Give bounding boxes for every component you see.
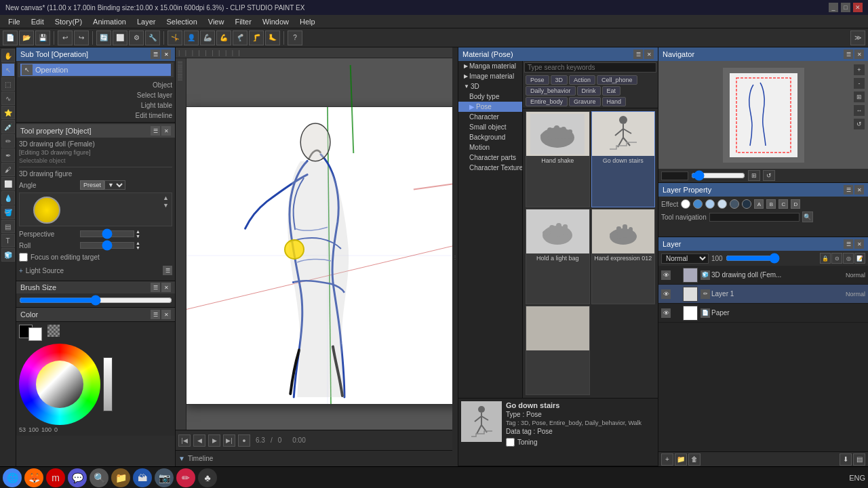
tl-to-start[interactable]: |◀	[178, 434, 191, 447]
new-folder-btn[interactable]: 📁	[675, 453, 687, 466]
tree-bg[interactable]: Background	[458, 132, 522, 142]
lp-close-icon[interactable]: ✕	[854, 185, 864, 195]
menu-filter[interactable]: Filter	[229, 17, 256, 26]
tool-brush[interactable]: 🖌	[1, 163, 15, 176]
tree-manga[interactable]: ▶ Manga material	[458, 61, 522, 71]
material-close-icon[interactable]: ✕	[644, 49, 654, 59]
canvas-wrapper[interactable]: ||||||||||||||||	[176, 58, 452, 430]
expand-right-button[interactable]: ≫	[850, 30, 865, 45]
material-item-2[interactable]: Hold a light bag	[526, 209, 590, 305]
flatten-btn[interactable]: ▤	[853, 453, 865, 466]
taskbar-app-gallery[interactable]: 🏔	[133, 468, 152, 487]
nav-zoom-out-icon[interactable]: -	[853, 77, 865, 89]
effect-circle-blue[interactable]	[693, 199, 703, 209]
tree-image[interactable]: ▶ Image material	[458, 71, 522, 81]
layer-blend-mode-select[interactable]: Normal	[661, 253, 709, 264]
taskbar-app-misc[interactable]: ♣	[198, 468, 217, 487]
tool-3d[interactable]: 🧊	[1, 248, 15, 262]
sub-tool-menu-icon[interactable]: ☰	[151, 49, 160, 59]
tool-eyedropper[interactable]: 💉	[1, 120, 15, 134]
operation-subtool[interactable]: ↖ Operation	[20, 64, 171, 76]
tool-lasso[interactable]: ∿	[1, 92, 15, 105]
tb-pose-7[interactable]: 🦶	[265, 30, 280, 45]
layer-eye-1[interactable]: 👁	[661, 289, 671, 299]
menu-animation[interactable]: Animation	[87, 17, 132, 26]
navigator-preview[interactable]: + - ⊞ ↔ ↺	[658, 61, 868, 169]
tag-cellphone[interactable]: Cell_phone	[597, 75, 637, 85]
menu-view[interactable]: View	[203, 17, 230, 26]
roll-slider[interactable]	[80, 242, 134, 249]
sub-tool-close-icon[interactable]: ✕	[161, 49, 171, 59]
tag-gravure[interactable]: Gravure	[569, 97, 601, 106]
tag-eat[interactable]: Eat	[602, 86, 621, 96]
nav-rotate-icon[interactable]: ↺	[853, 118, 865, 130]
tool-pencil[interactable]: ✒	[1, 148, 15, 162]
tb-pose-3[interactable]: 🦾	[200, 30, 215, 45]
help-button[interactable]: ?	[288, 30, 302, 45]
tool-prop-close[interactable]: ✕	[161, 126, 171, 136]
tb-icon-3[interactable]: ⚙	[129, 30, 144, 45]
tree-motion[interactable]: Motion	[458, 142, 522, 152]
tool-magic-wand[interactable]: ⭐	[1, 106, 15, 119]
color-icons[interactable]: ☰ ✕	[151, 310, 171, 319]
nav-close-icon[interactable]: ✕	[854, 49, 864, 59]
layer-eye-0[interactable]: 👁	[661, 270, 671, 280]
brush-size-icons[interactable]: ☰ ✕	[151, 283, 171, 292]
tag-entire[interactable]: Entire_body	[526, 97, 568, 106]
tool-nav-search-btn[interactable]: 🔍	[802, 211, 813, 222]
effect-circle-darker[interactable]	[742, 199, 751, 209]
nav-zoom-slider[interactable]	[691, 170, 745, 181]
tb-icon-4[interactable]: 🔧	[145, 30, 160, 45]
new-layer-btn[interactable]: +	[661, 453, 673, 466]
tool-blur[interactable]: 💧	[1, 191, 15, 205]
tree-pose[interactable]: ▶ Pose	[458, 102, 522, 112]
effect-circle-lightblue[interactable]	[705, 199, 715, 209]
material-item-0[interactable]: Hand shake	[526, 111, 590, 207]
tool-marquee[interactable]: ⬚	[1, 77, 15, 91]
minimize-button[interactable]: _	[829, 3, 838, 12]
preset-button[interactable]: Preset	[80, 180, 104, 190]
taskbar-app-music[interactable]: m	[46, 468, 65, 487]
taskbar-app-firefox[interactable]: 🦊	[24, 468, 43, 487]
menu-layer[interactable]: Layer	[132, 17, 161, 26]
open-button[interactable]: 📂	[19, 30, 34, 45]
maximize-button[interactable]: □	[841, 3, 850, 12]
reference-btn[interactable]: ◎	[843, 253, 854, 264]
tl-play[interactable]: ▶	[208, 434, 220, 447]
tool-text[interactable]: T	[1, 234, 15, 247]
layer-lock-0[interactable]	[672, 271, 680, 279]
editing-label[interactable]: [Editing 3D drawing figure]	[19, 149, 91, 156]
transparent-swatch[interactable]	[47, 325, 60, 337]
angle-circle[interactable]	[33, 197, 60, 224]
redo-button[interactable]: ↪	[74, 30, 89, 45]
tool-prop-icons[interactable]: ☰ ✕	[151, 126, 171, 136]
layer-lock-2[interactable]	[672, 309, 680, 317]
toning-checkbox[interactable]	[506, 438, 515, 447]
tree-3d[interactable]: ▼ 3D	[458, 81, 522, 92]
tag-hand[interactable]: Hand	[602, 97, 627, 106]
color-menu[interactable]: ☰	[151, 310, 160, 319]
color-wheel[interactable]	[19, 344, 100, 425]
background-swatch[interactable]	[28, 327, 42, 341]
right-expand-handle[interactable]: ⋮	[452, 47, 458, 466]
draft-btn[interactable]: 📝	[854, 253, 865, 264]
material-item-4[interactable]	[526, 306, 590, 395]
brightness-slider[interactable]	[103, 357, 113, 411]
material-item-1[interactable]: Go down stairs	[591, 111, 656, 207]
nav-zoom-fit-btn[interactable]: ⊞	[748, 170, 760, 181]
close-button[interactable]: ✕	[853, 3, 863, 12]
effect-icon-3[interactable]: C	[778, 199, 788, 209]
nav-zoom-in-icon[interactable]: +	[853, 64, 865, 76]
layer-row-0[interactable]: 👁 🧊 3D drawing doll (Fem... Normal	[658, 266, 868, 285]
material-item-3[interactable]: Hand expression 012	[591, 209, 656, 305]
tl-record[interactable]: ●	[238, 434, 250, 447]
layer-eye-2[interactable]: 👁	[661, 308, 671, 318]
nav-flip-icon[interactable]: ↔	[853, 104, 865, 117]
taskbar-app-files[interactable]: 📁	[111, 468, 130, 487]
undo-button[interactable]: ↩	[58, 30, 73, 45]
tag-3d[interactable]: 3D	[551, 75, 568, 85]
lp-menu-icon[interactable]: ☰	[844, 185, 853, 195]
taskbar-app-chat[interactable]: 💬	[68, 468, 87, 487]
menu-edit[interactable]: Edit	[26, 17, 50, 26]
material-search-input[interactable]	[524, 62, 656, 73]
